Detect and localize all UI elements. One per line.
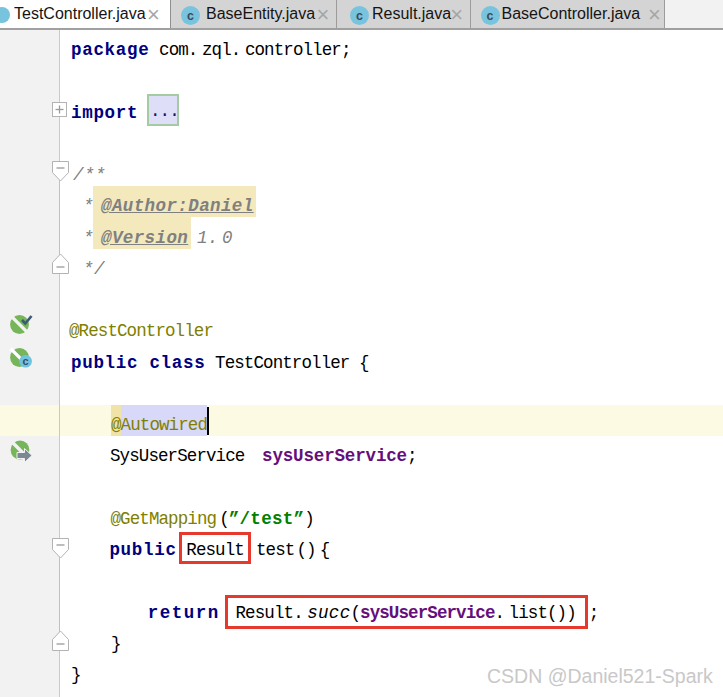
- svg-text:c: c: [23, 355, 29, 367]
